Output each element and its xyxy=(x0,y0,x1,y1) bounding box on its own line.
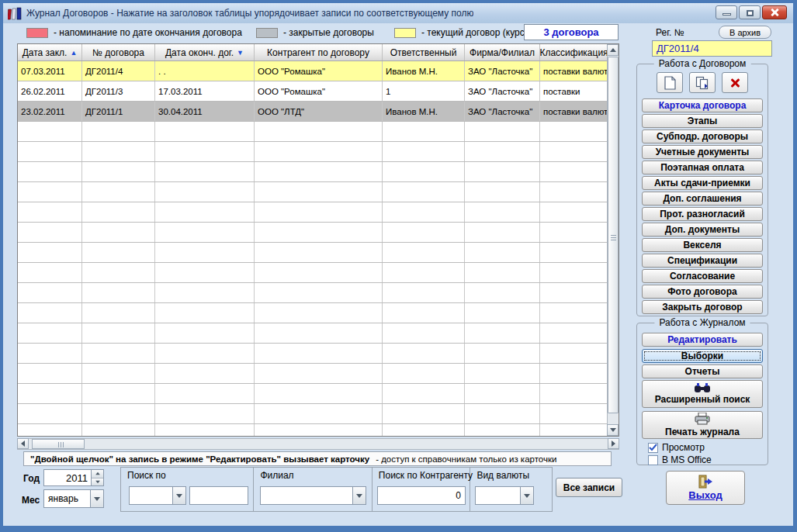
currency-label: Вид валюты xyxy=(476,470,529,481)
empty-cell xyxy=(155,142,255,161)
contract-action-button[interactable]: Карточка договора xyxy=(642,98,763,112)
maximize-button[interactable] xyxy=(739,5,761,19)
search-by-select[interactable] xyxy=(129,486,186,505)
empty-cell xyxy=(465,384,540,403)
msoffice-checkbox[interactable] xyxy=(648,455,658,465)
empty-cell xyxy=(465,182,540,202)
copy-contract-button[interactable] xyxy=(689,72,716,93)
column-header-label: Ответственный xyxy=(390,47,457,58)
search-by-input[interactable] xyxy=(189,486,248,505)
contract-action-button[interactable]: Поэтапная оплата xyxy=(642,161,763,174)
table-cell: . . xyxy=(155,61,255,81)
edit-button[interactable]: Редактировать xyxy=(642,333,763,347)
column-header[interactable]: Дата оконч. дог.▼ xyxy=(155,44,255,60)
contract-action-button[interactable]: Прот. разногласий xyxy=(642,207,763,221)
empty-cell xyxy=(18,283,82,302)
msoffice-checkbox-row[interactable]: В MS Office xyxy=(648,454,712,465)
scroll-up-button[interactable] xyxy=(607,44,619,56)
year-up-button[interactable] xyxy=(92,470,103,478)
vertical-scroll-thumb[interactable] xyxy=(608,57,619,413)
empty-cell xyxy=(255,344,383,363)
contract-action-button[interactable]: Этапы xyxy=(642,114,763,128)
contract-buttons: Карточка договораЭтапыСубподр. договорыУ… xyxy=(642,98,763,314)
contract-action-button[interactable]: Фото договора xyxy=(642,285,763,299)
advanced-search-button[interactable]: Расширенный поиск xyxy=(642,380,763,408)
reports-button[interactable]: Отчеты xyxy=(642,364,763,378)
empty-table-row xyxy=(18,364,608,384)
search-by-dropdown-button[interactable] xyxy=(172,487,185,504)
check-icon xyxy=(649,444,657,451)
print-journal-button[interactable]: Печать журнала xyxy=(642,411,763,439)
all-records-button[interactable]: Все записи xyxy=(556,478,622,497)
close-button[interactable] xyxy=(762,5,787,19)
column-header-label: Классификация xyxy=(540,47,608,58)
title-bar[interactable]: Журнал Договоров - Нажатие на заголовок … xyxy=(3,3,793,23)
branch-dropdown-button[interactable] xyxy=(352,487,366,504)
table-row[interactable]: 07.03.2011ДГ2011/4. .ООО "Ромашка"Иванов… xyxy=(18,61,608,81)
selections-button[interactable]: Выборки xyxy=(642,349,763,363)
year-down-button[interactable] xyxy=(92,478,103,486)
empty-cell xyxy=(255,182,383,202)
empty-cell xyxy=(383,344,465,363)
contract-action-button[interactable]: Акты сдачи-приемки xyxy=(642,176,763,190)
table-row[interactable]: 26.02.2011ДГ2011/317.03.2011ООО "Ромашка… xyxy=(18,81,608,102)
reg-number-field[interactable]: ДГ2011/4 xyxy=(652,40,772,57)
empty-cell xyxy=(18,122,82,141)
contract-action-button[interactable]: Субподр. договоры xyxy=(642,130,763,143)
contract-action-button[interactable]: Доп. документы xyxy=(642,223,763,237)
empty-cell xyxy=(255,404,383,423)
to-archive-button[interactable]: В архив xyxy=(719,26,771,39)
scroll-left-button[interactable] xyxy=(17,438,29,449)
preview-checkbox-row[interactable]: Просмотр xyxy=(648,442,705,453)
client-area: - напоминание по дате окончания договора… xyxy=(3,23,793,526)
empty-cell xyxy=(465,202,540,222)
empty-cell xyxy=(383,283,465,302)
new-contract-button[interactable] xyxy=(657,72,683,93)
empty-cell xyxy=(465,404,540,423)
empty-cell xyxy=(383,202,465,222)
column-header[interactable]: Ответственный xyxy=(383,44,465,60)
currency-select[interactable] xyxy=(475,486,534,505)
column-header[interactable]: № договора xyxy=(82,44,155,60)
contract-action-button[interactable]: Учетные документы xyxy=(642,145,763,159)
chevron-down-icon xyxy=(94,497,100,501)
column-header[interactable]: Дата закл.▲ xyxy=(18,44,82,60)
arrow-up-icon xyxy=(610,48,616,52)
contract-action-button[interactable]: Закрыть договор xyxy=(642,300,763,314)
empty-cell xyxy=(18,263,82,282)
table-row[interactable]: 23.02.2011ДГ2011/130.04.2011ООО "ЛТД"Ива… xyxy=(18,102,608,122)
column-header[interactable]: Фирма/Филиал xyxy=(465,44,540,60)
counterparty-search-input[interactable]: 0 xyxy=(377,486,466,505)
month-dropdown-button[interactable] xyxy=(90,490,103,507)
delete-contract-button[interactable] xyxy=(722,72,748,93)
contract-action-button[interactable]: Согласование xyxy=(642,269,763,283)
month-value: январь xyxy=(44,490,90,507)
currency-dropdown-button[interactable] xyxy=(520,487,533,504)
counterparty-label: Поиск по Контрагенту xyxy=(379,470,473,481)
contract-action-button[interactable]: Векселя xyxy=(642,238,763,252)
contract-action-button[interactable]: Доп. соглашения xyxy=(642,192,763,206)
empty-table-row xyxy=(18,384,608,404)
journal-group: Работа с Журналом Редактировать Выборки … xyxy=(636,323,768,465)
contract-action-button[interactable]: Спецификации xyxy=(642,254,763,268)
empty-cell xyxy=(155,384,255,403)
preview-checkbox[interactable] xyxy=(648,443,658,453)
empty-table-row xyxy=(18,344,608,364)
table-cell: ДГ2011/3 xyxy=(82,81,155,101)
empty-cell xyxy=(540,182,608,202)
branch-select[interactable] xyxy=(260,486,366,505)
filter-panel: Поиск по Филиал Поиск по Контрагенту 0 xyxy=(120,467,553,512)
column-header[interactable]: Классификация xyxy=(540,44,608,60)
column-header[interactable]: Контрагент по договору xyxy=(255,44,383,60)
scroll-right-button[interactable] xyxy=(608,438,619,449)
minimize-button[interactable] xyxy=(716,5,737,19)
month-select[interactable]: январь xyxy=(43,489,104,508)
exit-button[interactable]: Выход xyxy=(666,471,745,505)
status-bold-text: "Двойной щелчок" на запись в режиме "Ред… xyxy=(30,454,369,464)
vertical-scrollbar[interactable] xyxy=(607,44,619,436)
year-spinner[interactable]: 2011 xyxy=(43,469,104,486)
horizontal-scroll-thumb[interactable] xyxy=(32,439,85,449)
horizontal-scrollbar[interactable] xyxy=(17,438,619,450)
scroll-down-button[interactable] xyxy=(607,424,619,436)
empty-cell xyxy=(155,202,255,222)
